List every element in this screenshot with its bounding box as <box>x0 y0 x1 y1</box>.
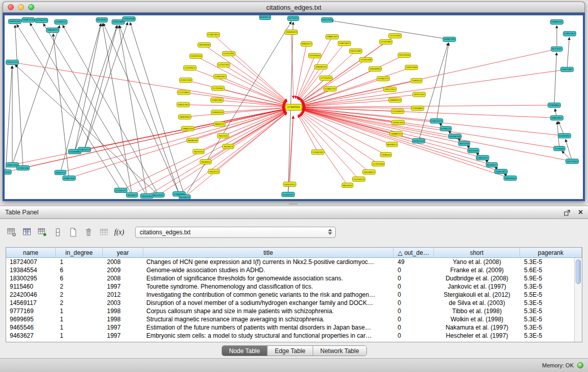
hub-node[interactable]: 17240541 <box>286 104 302 111</box>
network-node[interactable]: 5905152 <box>55 170 66 175</box>
tab-node-table[interactable]: Node Table <box>222 346 267 356</box>
network-node[interactable]: 20531274 <box>6 60 19 64</box>
network-node[interactable]: 22472091 <box>223 51 235 56</box>
network-node[interactable]: 18302012 <box>284 182 296 187</box>
network-node[interactable]: 21912104 <box>180 78 192 82</box>
network-node[interactable]: 10967356 <box>63 176 76 181</box>
network-node[interactable]: 12034547 <box>282 192 295 197</box>
network-node[interactable]: 9848193 <box>187 138 198 143</box>
column-header-pagerank[interactable]: pagerank <box>520 248 582 258</box>
close-window-button[interactable] <box>8 4 14 10</box>
network-node[interactable]: 19861325 <box>326 34 339 39</box>
network-node[interactable]: 9911542 <box>5 170 11 174</box>
network-node[interactable]: 9245012 <box>486 163 497 167</box>
table-row[interactable]: 1456911722003Disruption of a novel membe… <box>6 299 574 307</box>
network-node[interactable]: 10436156 <box>449 134 462 139</box>
network-node[interactable]: 21813214 <box>430 119 443 123</box>
network-node[interactable]: 10954471 <box>476 156 489 160</box>
new-table-icon[interactable] <box>66 225 81 239</box>
network-node[interactable]: 16823952 <box>551 116 563 120</box>
network-node[interactable]: 9277431 <box>551 47 562 51</box>
network-node[interactable]: 3041250 <box>459 141 470 146</box>
network-node[interactable]: 16162354 <box>392 120 405 125</box>
network-node[interactable]: 10940253 <box>211 110 224 115</box>
export-table-icon[interactable] <box>35 225 50 239</box>
network-node[interactable]: 8247031 <box>153 193 164 198</box>
network-node[interactable]: 12125364 <box>380 39 393 44</box>
window-title-bar[interactable]: citations_edges.txt <box>3 2 585 13</box>
citation-network-graph[interactable]: 1695416219261516107352742135871216818573… <box>5 15 583 199</box>
network-node[interactable]: 12707530 <box>372 162 385 166</box>
network-node[interactable]: 6961027 <box>301 41 312 46</box>
table-row[interactable]: 977716911998Corpus callosum shape and si… <box>6 307 574 315</box>
network-node[interactable]: 12261506 <box>360 57 373 62</box>
network-node[interactable]: 22602461 <box>211 98 224 102</box>
network-node[interactable]: 21358712 <box>55 19 68 24</box>
import-table-icon[interactable] <box>96 225 112 239</box>
network-node[interactable]: 18049563 <box>504 176 517 181</box>
network-node[interactable]: 9401493 <box>468 148 479 153</box>
network-node[interactable]: 8549321 <box>386 142 398 147</box>
panel-splitter-handle[interactable] <box>289 203 298 205</box>
network-node[interactable]: 7485012 <box>411 78 422 83</box>
network-node[interactable]: 18757542 <box>413 92 426 97</box>
function-builder-icon[interactable]: f(x) <box>112 225 127 239</box>
table-row[interactable]: 1938455462009Genome-wide association stu… <box>6 266 574 274</box>
vertical-scrollbar[interactable] <box>574 258 582 342</box>
float-panel-icon[interactable] <box>563 209 571 216</box>
table-row[interactable]: 911546021997Tourette syndrome. Phenomeno… <box>6 282 574 291</box>
network-node[interactable]: 10761424 <box>412 139 425 143</box>
network-node[interactable]: 17714253 <box>320 76 333 80</box>
table-row[interactable]: 1830029562008Estimation of significance … <box>6 274 574 282</box>
network-node[interactable]: 16818573 <box>47 28 59 32</box>
minimize-window-button[interactable] <box>18 4 24 10</box>
network-node[interactable]: 9806721 <box>214 122 225 126</box>
network-node[interactable]: 11215104 <box>389 33 402 38</box>
column-header-year[interactable]: year <box>103 248 143 258</box>
network-node[interactable]: 16988715 <box>390 132 403 136</box>
network-node[interactable]: 16518012 <box>363 170 376 174</box>
show-columns-icon[interactable] <box>19 225 35 239</box>
network-node[interactable]: 20631354 <box>177 102 190 107</box>
network-node[interactable]: 15184102 <box>312 150 324 155</box>
network-node[interactable]: 19577012 <box>384 87 397 92</box>
network-node[interactable]: 19459468 <box>123 16 136 21</box>
network-node[interactable]: 16526954 <box>369 67 382 71</box>
network-node[interactable]: 7508164 <box>380 152 391 157</box>
tab-network-table[interactable]: Network Table <box>313 346 366 356</box>
table-row[interactable]: 2242004622012Investigating the contribut… <box>6 291 574 299</box>
column-header-short[interactable]: short <box>434 248 520 258</box>
network-node[interactable]: 15958831 <box>548 103 561 107</box>
network-node[interactable]: 5572307 <box>288 16 299 20</box>
network-node[interactable]: 16453087 <box>561 67 574 72</box>
network-node[interactable]: 7720584 <box>554 146 565 151</box>
network-node[interactable]: 15582271 <box>377 76 390 81</box>
network-node[interactable]: 16482794 <box>443 37 456 41</box>
network-node[interactable]: 14202510 <box>190 54 203 58</box>
network-canvas[interactable]: 1695416219261516107352742135871216818573… <box>5 15 583 199</box>
table-settings-icon[interactable] <box>4 225 19 239</box>
column-header-title[interactable]: title <box>143 248 394 258</box>
network-node[interactable]: 21822652 <box>207 32 220 37</box>
network-node[interactable]: 10735274 <box>35 18 48 23</box>
network-node[interactable]: 9105674 <box>179 195 190 199</box>
table-row[interactable]: 1872400712008Changes of HCN gene express… <box>6 258 574 266</box>
network-node[interactable]: 10974183 <box>405 65 418 70</box>
network-node[interactable]: 2822704 <box>321 17 333 22</box>
network-node[interactable]: 12752702 <box>217 62 230 67</box>
table-row[interactable]: 946362711997Embryonic stem cells: a mode… <box>6 332 574 340</box>
table-selector-dropdown[interactable]: citations_edges.txt <box>135 227 336 238</box>
network-node[interactable]: 19101093 <box>141 194 154 199</box>
network-node[interactable]: 32201654 <box>309 53 321 58</box>
scrollbar-thumb[interactable] <box>576 259 581 284</box>
column-header-name[interactable]: name <box>6 248 56 258</box>
network-node[interactable]: 21206527 <box>115 188 127 193</box>
network-node[interactable]: 12010452 <box>558 134 571 138</box>
column-header-in_degree[interactable]: in_degree <box>56 248 103 258</box>
network-node[interactable]: 21081274 <box>324 86 337 91</box>
network-node[interactable]: 16772035 <box>566 159 579 164</box>
row-selection-icon[interactable] <box>50 225 66 239</box>
network-node[interactable]: 16026214 <box>315 64 328 69</box>
network-node[interactable]: 18416036 <box>198 42 211 47</box>
network-node[interactable]: 10641823 <box>495 169 508 174</box>
